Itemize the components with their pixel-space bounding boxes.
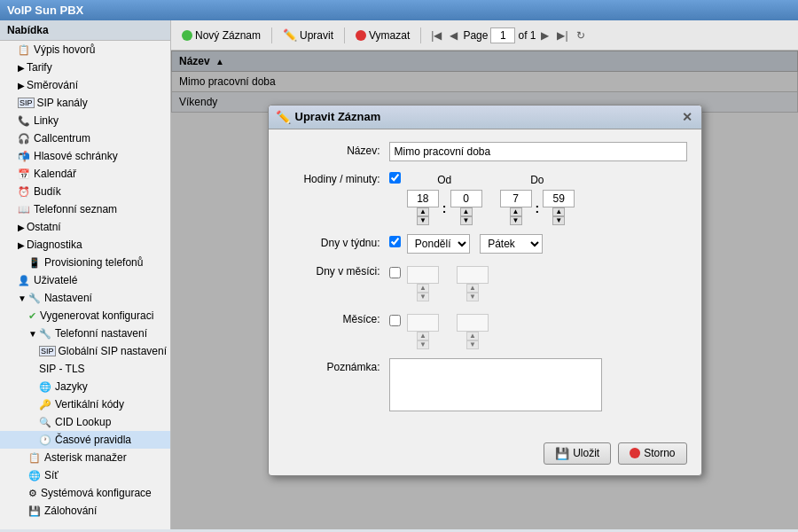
dny-mesice-do-up[interactable]: ▲ [466, 284, 479, 293]
sidebar-item-budik[interactable]: ⏰ Budík [0, 183, 170, 200]
next-page-button[interactable]: ▶ [538, 28, 552, 43]
sidebar-item-sit[interactable]: 🌐 Síť [0, 466, 170, 484]
vypis-icon: 📋 [18, 44, 30, 56]
dny-tydnu-label: Dny v týdnu: [283, 234, 389, 249]
do-minutes-up[interactable]: ▲ [552, 207, 565, 216]
dialog-close-button[interactable]: ✕ [680, 110, 694, 124]
sidebar-item-sip-kanaly[interactable]: SIP SIP kanály [0, 94, 170, 112]
sidebar-item-casova[interactable]: 🕐 Časové pravidla [0, 431, 170, 449]
od-hours-down[interactable]: ▼ [417, 216, 429, 225]
hodiny-checkbox[interactable] [389, 172, 401, 184]
save-button[interactable]: 💾 Uložit [544, 442, 611, 465]
od-hours-up[interactable]: ▲ [417, 207, 429, 216]
dny-mesice-od-input[interactable] [407, 266, 439, 284]
sidebar-item-label: Směrování [27, 79, 78, 91]
do-hours-input[interactable] [500, 190, 532, 207]
arrow-icon: ▶ [18, 240, 25, 250]
sidebar: Nabídka 📋 Výpis hovorů ▶ Tarify ▶ Směrov… [0, 20, 171, 529]
arrow-icon: ▼ [18, 293, 27, 303]
sidebar-item-telefonni-nastaveni[interactable]: ▼ 🔧 Telefonní nastavení [0, 325, 170, 342]
od-minutes-up[interactable]: ▲ [460, 207, 473, 216]
od-minutes-input[interactable] [450, 190, 482, 207]
edit-button[interactable]: ✏️ Upravit [279, 27, 337, 43]
prev-page-button[interactable]: ◀ [447, 28, 460, 43]
sidebar-item-label: Časové pravidla [55, 434, 131, 446]
refresh-button[interactable]: ↻ [574, 28, 588, 43]
page-input[interactable] [490, 27, 515, 43]
mesice-od-down[interactable]: ▼ [417, 340, 429, 349]
tel-seznam-icon: 📖 [18, 204, 30, 215]
sidebar-item-vypis[interactable]: 📋 Výpis hovorů [0, 41, 170, 59]
od-den-select[interactable]: Pondělí Úterý Středa Čtvrtek Pátek Sobot… [407, 234, 470, 254]
dny-mesice-do-input[interactable] [457, 266, 489, 284]
sidebar-item-label: Výpis hovorů [34, 43, 95, 56]
sidebar-item-globalni-sip[interactable]: SIP Globální SIP nastavení [0, 342, 170, 360]
sidebar-item-label: CID Lookup [55, 416, 111, 428]
cancel-button[interactable]: Storno [618, 442, 686, 465]
do-minutes-down[interactable]: ▼ [552, 216, 565, 225]
sidebar-item-label: Kalendář [34, 168, 76, 180]
nazev-input[interactable] [389, 142, 687, 161]
od-hours-btns: ▲ ▼ [417, 207, 429, 225]
nazev-label: Název: [283, 142, 389, 157]
sidebar-item-callcentrum[interactable]: 🎧 Callcentrum [0, 129, 170, 147]
mesice-do-input[interactable] [457, 314, 489, 332]
sidebar-item-ostatni[interactable]: ▶ Ostatní [0, 218, 170, 236]
sidebar-item-label: Vertikální kódy [55, 398, 124, 411]
form-row-mesice: Měsíce: ▲ ▼ [283, 310, 687, 349]
sidebar-item-kalendar[interactable]: 📅 Kalendář [0, 165, 170, 183]
dny-mesice-checkbox[interactable] [389, 267, 401, 278]
sidebar-item-sip-tls[interactable]: SIP - TLS [0, 360, 170, 378]
sidebar-item-vygenerovat[interactable]: ✔ Vygenerovat konfiguraci [0, 307, 170, 325]
mesice-od-up[interactable]: ▲ [417, 332, 429, 340]
dialog-title-bar: ✏️ Upravit Záznam ✕ [269, 106, 701, 129]
new-record-button[interactable]: Nový Záznam [178, 27, 264, 43]
od-hours-input[interactable] [407, 190, 439, 207]
od-minutes-down[interactable]: ▼ [460, 216, 473, 225]
form-row-dny-mesice: Dny v měsíci: ▲ ▼ [283, 262, 687, 301]
sidebar-item-cid-lookup[interactable]: 🔍 CID Lookup [0, 413, 170, 431]
sidebar-item-zalohovani[interactable]: 💾 Zálohování [0, 502, 170, 520]
poznamka-textarea[interactable] [389, 358, 602, 411]
sidebar-item-uzivatele[interactable]: 👤 Uživatelé [0, 271, 170, 289]
dny-mesice-do-down[interactable]: ▼ [466, 293, 479, 301]
dny-mesice-od-btns: ▲ ▼ [417, 284, 429, 301]
sidebar-item-hlasove[interactable]: 📬 Hlasové schránky [0, 147, 170, 165]
do-hours-up[interactable]: ▲ [510, 207, 522, 216]
sidebar-item-vertikalni[interactable]: 🔑 Vertikální kódy [0, 395, 170, 413]
mesice-checkbox[interactable] [389, 315, 401, 326]
mesice-do-down[interactable]: ▼ [466, 340, 479, 349]
mesice-do-up[interactable]: ▲ [466, 332, 479, 340]
sidebar-item-diagnostika[interactable]: ▶ Diagnostika [0, 236, 170, 254]
last-page-button[interactable]: ▶| [554, 28, 570, 43]
sidebar-item-label: Globální SIP nastavení [59, 345, 168, 357]
sidebar-item-jazyky[interactable]: 🌐 Jazyky [0, 378, 170, 395]
dialog-edit-icon: ✏️ [276, 110, 291, 124]
toolbar-separator [271, 27, 272, 43]
first-page-button[interactable]: |◀ [428, 28, 444, 43]
sidebar-item-nastaveni[interactable]: ▼ 🔧 Nastavení [0, 289, 170, 307]
do-den-select[interactable]: Pondělí Úterý Středa Čtvrtek Pátek Sobot… [480, 234, 543, 254]
cancel-icon [630, 448, 640, 458]
dny-mesice-od-up[interactable]: ▲ [417, 284, 429, 293]
sidebar-item-provisioning[interactable]: 📱 Provisioning telefonů [0, 254, 170, 271]
sidebar-item-linky[interactable]: 📞 Linky [0, 112, 170, 129]
sidebar-item-tarify[interactable]: ▶ Tarify [0, 59, 170, 76]
arrow-icon: ▶ [18, 63, 25, 73]
dny-mesice-od-down[interactable]: ▼ [417, 293, 429, 301]
do-hours-down[interactable]: ▼ [510, 216, 522, 225]
sidebar-item-systemova[interactable]: ⚙ Systémová konfigurace [0, 484, 170, 502]
dny-tydnu-checkbox[interactable] [389, 236, 401, 247]
sidebar-item-asterisk[interactable]: 📋 Asterisk manažer [0, 449, 170, 466]
od-hours-spinner: ▲ ▼ [407, 190, 439, 225]
nastaveni-icon: 🔧 [28, 293, 41, 304]
mesice-od-spinner: ▲ ▼ [407, 314, 439, 349]
form-row-nazev: Název: [283, 142, 687, 161]
form-row-dny-tydnu: Dny v týdnu: Pondělí Úterý Středa Čtvrte… [283, 234, 687, 254]
do-minutes-input[interactable] [543, 190, 575, 207]
sidebar-item-telefonni-seznam[interactable]: 📖 Telefonní seznam [0, 200, 170, 218]
mesice-od-input[interactable] [407, 314, 439, 332]
sidebar-item-smerovani[interactable]: ▶ Směrování [0, 76, 170, 94]
delete-button[interactable]: Vymazat [352, 27, 413, 43]
dialog-title-text: Upravit Záznam [295, 110, 381, 123]
